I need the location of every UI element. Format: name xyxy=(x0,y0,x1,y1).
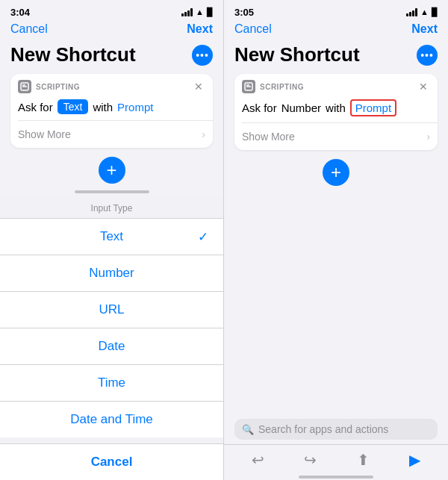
time-left: 3:04 xyxy=(10,7,30,18)
close-card-right[interactable]: ✕ xyxy=(417,80,430,93)
nav-bar-left: Cancel Next xyxy=(0,21,223,40)
signal-icon-right xyxy=(406,8,417,16)
scripting-icon-left xyxy=(18,80,31,93)
with-text-right: with xyxy=(326,102,346,114)
script-card-right: SCRIPTING ✕ Ask for Number with Prompt S… xyxy=(234,74,438,150)
next-button-right[interactable]: Next xyxy=(411,22,438,36)
scripting-icon-right xyxy=(242,80,255,93)
signal-icon xyxy=(181,8,193,16)
type-tag-left[interactable]: Text xyxy=(57,99,89,114)
chevron-right-icon-left: › xyxy=(202,128,205,140)
show-more-label-left: Show More xyxy=(18,128,71,140)
share-icon[interactable]: ⬆ xyxy=(357,451,370,469)
search-icon: 🔍 xyxy=(242,424,254,435)
dropdown-label-0: Text xyxy=(100,229,123,244)
dropdown-cancel[interactable]: Cancel xyxy=(0,443,223,480)
cancel-button-right[interactable]: Cancel xyxy=(234,22,272,36)
scripting-label-right: SCRIPTING xyxy=(260,83,412,91)
search-bar[interactable]: 🔍 Search for apps and actions xyxy=(234,419,438,440)
card-body-right: Ask for Number with Prompt xyxy=(234,96,438,122)
title-row-right: New Shortcut ••• xyxy=(224,40,448,74)
dropdown-item-3[interactable]: Date xyxy=(0,328,223,364)
time-right: 3:05 xyxy=(234,7,254,18)
prompt-text-left[interactable]: Prompt xyxy=(117,101,153,113)
play-icon[interactable]: ▶ xyxy=(409,451,420,469)
status-icons-left: ▲ ▉ xyxy=(181,7,213,17)
bottom-bar: ↩ ↪ ⬆ ▶ xyxy=(224,444,448,476)
add-button-right[interactable]: + xyxy=(323,159,349,186)
show-more-label-right: Show More xyxy=(242,131,295,143)
status-icons-right: ▲ ▉ xyxy=(406,7,438,17)
dropdown-label-5: Date and Time xyxy=(70,412,153,427)
status-bar-left: 3:04 ▲ ▉ xyxy=(0,0,223,21)
title-row-left: New Shortcut ••• xyxy=(0,40,223,74)
dropdown-item-4[interactable]: Time xyxy=(0,364,223,401)
wifi-icon-right: ▲ xyxy=(420,7,429,16)
prompt-text-right[interactable]: Prompt xyxy=(350,99,396,116)
dropdown-item-1[interactable]: Number xyxy=(0,255,223,291)
dropdown-overlay: Input Type Text ✓ Number URL Date Time xyxy=(0,194,223,480)
dropdown-label-4: Time xyxy=(98,375,125,390)
show-more-right[interactable]: Show More › xyxy=(234,123,438,150)
script-card-left: SCRIPTING ✕ Ask for Text with Prompt Sho… xyxy=(10,74,213,148)
with-text-left: with xyxy=(93,101,113,113)
close-card-left[interactable]: ✕ xyxy=(192,80,205,93)
dropdown-label-3: Date xyxy=(99,339,125,354)
cancel-button-left[interactable]: Cancel xyxy=(10,22,48,36)
home-indicator-right xyxy=(224,476,448,480)
card-body-left: Ask for Text with Prompt xyxy=(10,96,213,120)
search-bar-row: 🔍 Search for apps and actions xyxy=(224,413,448,444)
status-bar-right: 3:05 ▲ ▉ xyxy=(224,0,448,21)
type-tag-right[interactable]: Number xyxy=(281,102,321,114)
dropdown-item-5[interactable]: Date and Time xyxy=(0,401,223,437)
dropdown-cancel-label: Cancel xyxy=(91,455,133,470)
dropdown-item-2[interactable]: URL xyxy=(0,291,223,328)
right-panel: 3:05 ▲ ▉ Cancel Next New Shortcut ••• xyxy=(224,0,448,480)
dropdown-label-2: URL xyxy=(99,302,124,317)
page-title-right: New Shortcut xyxy=(234,43,409,66)
wifi-icon: ▲ xyxy=(196,7,204,16)
add-button-left[interactable]: + xyxy=(99,157,125,184)
left-panel: 3:04 ▲ ▉ Cancel Next New Shortcut ••• xyxy=(0,0,224,480)
checkmark-icon: ✓ xyxy=(198,229,208,245)
more-button-right[interactable]: ••• xyxy=(417,45,438,66)
nav-bar-right: Cancel Next xyxy=(224,21,448,40)
redo-icon[interactable]: ↪ xyxy=(304,451,317,469)
ask-for-text-right: Ask for xyxy=(242,102,277,114)
ask-for-text-left: Ask for xyxy=(18,101,53,113)
next-button-left[interactable]: Next xyxy=(187,22,213,36)
search-placeholder: Search for apps and actions xyxy=(258,423,388,435)
dropdown-header: Input Type xyxy=(0,194,223,218)
battery-icon-right: ▉ xyxy=(432,7,438,17)
page-title-left: New Shortcut xyxy=(10,43,184,66)
more-button-left[interactable]: ••• xyxy=(192,45,213,66)
dropdown-item-0[interactable]: Text ✓ xyxy=(0,218,223,255)
battery-icon: ▉ xyxy=(207,7,213,17)
show-more-left[interactable]: Show More › xyxy=(10,121,213,148)
undo-icon[interactable]: ↩ xyxy=(252,451,264,469)
dropdown-label-1: Number xyxy=(89,266,134,281)
chevron-right-icon-right: › xyxy=(426,131,430,143)
scripting-label-left: SCRIPTING xyxy=(36,83,187,91)
